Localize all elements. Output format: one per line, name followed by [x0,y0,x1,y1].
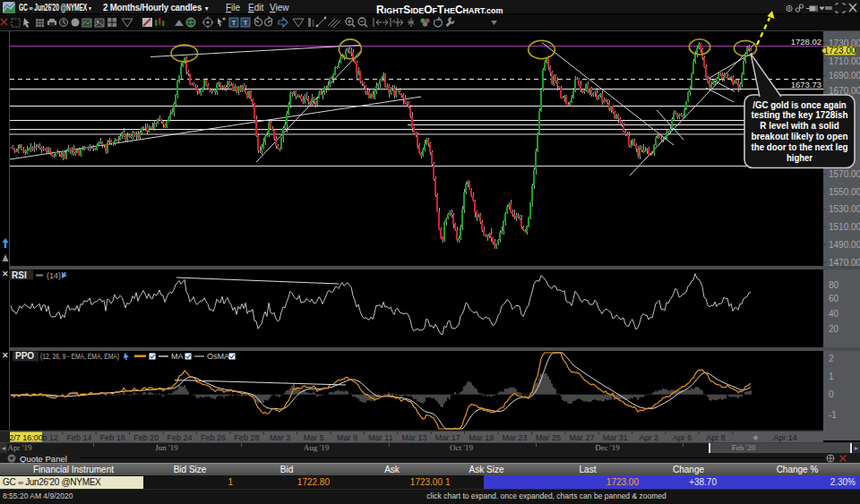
svg-text:1690.00: 1690.00 [829,71,860,81]
svg-text:(14): (14) [47,271,61,280]
svg-text:PPO: PPO [15,351,34,361]
svg-text:Mar 3: Mar 3 [270,433,290,442]
svg-text:Feb 18: Feb 18 [100,433,125,442]
svg-text:Apr 14: Apr 14 [773,433,797,442]
svg-text:testing the key 1728ish: testing the key 1728ish [751,109,847,120]
svg-text:1550.00: 1550.00 [829,187,860,197]
svg-text:1510.00: 1510.00 [829,222,860,232]
svg-text:the door to the next leg: the door to the next leg [751,141,847,152]
svg-text:R level with a solid: R level with a solid [760,120,838,131]
svg-text:Mar 13: Mar 13 [401,433,426,442]
svg-text:RSI: RSI [12,270,27,280]
svg-text:2: 2 [829,354,834,363]
svg-text:Apr 6: Apr 6 [673,433,692,442]
svg-text:-1: -1 [829,410,837,420]
svg-text:✕: ✕ [2,269,9,278]
svg-text:Feb 20: Feb 20 [133,433,159,442]
svg-text:1530.00: 1530.00 [829,204,860,214]
svg-text:Mar 25: Mar 25 [536,433,561,442]
svg-text:1570.00: 1570.00 [829,169,860,179]
svg-text:MA: MA [171,352,184,361]
svg-text:Feb 14: Feb 14 [66,433,91,442]
svg-text:/GC gold is once again: /GC gold is once again [752,99,847,110]
svg-text:1490.00: 1490.00 [829,240,860,250]
svg-text:(12, 26, 9 - EMA, EMA, EMA): (12, 26, 9 - EMA, EMA, EMA) [40,352,119,361]
svg-text:Mar 17: Mar 17 [435,433,460,442]
svg-text:Mar 27: Mar 27 [569,433,594,442]
svg-text:Mar 19: Mar 19 [469,433,494,442]
svg-text:60: 60 [829,294,839,303]
svg-text:OsMA: OsMA [207,352,229,361]
svg-text:Feb 26: Feb 26 [201,433,226,442]
svg-text:Mar 23: Mar 23 [503,433,528,442]
svg-text:Apr 8: Apr 8 [706,433,726,442]
svg-text:Mar 9: Mar 9 [337,433,357,442]
svg-text:1673.73: 1673.73 [791,80,821,90]
svg-text:80: 80 [829,280,839,290]
svg-text:1470.00: 1470.00 [829,258,860,268]
svg-text:2/7 16:00: 2/7 16:00 [9,433,43,442]
svg-text:Mar 5: Mar 5 [304,433,324,442]
svg-text:1710.00: 1710.00 [829,56,860,66]
svg-text:40: 40 [829,309,839,319]
svg-text:Feb 28: Feb 28 [234,433,259,442]
svg-text:breakout likely to open: breakout likely to open [751,131,847,141]
svg-text:Mar 11: Mar 11 [368,433,392,442]
svg-text:20: 20 [829,324,839,334]
svg-text:Mar 31: Mar 31 [603,433,628,442]
svg-text:T: T [232,19,236,27]
svg-text:higher: higher [787,152,813,163]
svg-text:1: 1 [829,372,834,381]
svg-text:Feb 24: Feb 24 [168,433,193,442]
svg-text:Apr 2: Apr 2 [639,433,658,442]
svg-text:✕: ✕ [2,351,9,360]
svg-text:0: 0 [829,389,834,399]
